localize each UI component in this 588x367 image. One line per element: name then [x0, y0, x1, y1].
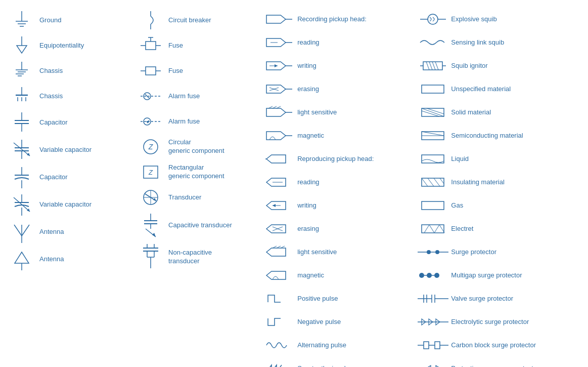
svg-marker-5: [17, 46, 27, 53]
list-item: Capacitive transducer: [137, 213, 260, 238]
list-item: magnetic: [265, 266, 414, 284]
list-item: magnetic: [265, 127, 414, 145]
negative-pulse-icon: [265, 314, 293, 330]
column-4: Explosive squib Sensing link squib: [417, 10, 583, 357]
chassis1-icon: [8, 61, 35, 81]
list-item: reading: [265, 173, 414, 191]
list-item: reading: [265, 33, 414, 52]
list-item: Sensing link squib: [419, 33, 580, 52]
svg-marker-56: [146, 120, 149, 124]
non-capacitive-transducer-icon: [137, 243, 164, 271]
svg-point-144: [427, 250, 431, 254]
list-item: Alarm fuse: [137, 111, 260, 132]
svg-line-139: [434, 178, 440, 186]
squib-ignitor-label: Squib ignitor: [451, 62, 487, 70]
capacitor-icon: [8, 111, 35, 134]
list-item: Surge protector: [419, 243, 580, 261]
magnetic2-label: magnetic: [297, 271, 324, 280]
svg-line-123: [426, 62, 429, 70]
list-item: writing: [265, 196, 414, 215]
list-item: Carbon block surge protector: [419, 336, 580, 354]
list-item: Z Rectangular generic component: [137, 162, 260, 182]
valve-surge-protector-label: Valve surge protector: [451, 295, 513, 303]
list-item: Transducer: [137, 187, 260, 208]
equipotentiality-label: Equipotentiality: [39, 42, 84, 50]
variable-capacitor2-label: Variable capacitor: [39, 200, 92, 209]
list-item: Positive pulse: [265, 290, 414, 308]
svg-rect-168: [435, 342, 440, 349]
list-item: Non-capacitive transducer: [137, 243, 260, 271]
svg-text:Z: Z: [148, 169, 153, 176]
list-item: Reproducing pickup head:: [265, 150, 414, 168]
explosive-squib-icon: [419, 13, 447, 26]
fuse1-icon: [137, 35, 164, 56]
writing2-label: writing: [297, 201, 316, 210]
equipotentiality-icon: [8, 35, 35, 56]
multigap-surge-protector-label: Multigap surge protector: [451, 271, 522, 280]
transducer-icon: [137, 187, 164, 208]
chassis2-icon: [8, 86, 35, 106]
list-item: erasing: [265, 80, 414, 98]
non-capacitive-transducer-label: Non-capacitive transducer: [168, 249, 212, 266]
svg-marker-65: [153, 198, 156, 201]
svg-point-152: [434, 273, 439, 278]
reproducing-head-label: Reproducing pickup head:: [297, 155, 374, 164]
semiconducting-material-icon: [419, 130, 447, 141]
alternating-pulse-icon: [265, 338, 293, 353]
list-item: Capacitor: [8, 166, 131, 188]
multigap-surge-protector-icon: [419, 270, 447, 280]
sensing-link-squib-label: Sensing link squib: [451, 38, 504, 47]
svg-marker-39: [15, 252, 29, 263]
list-item: Z Circular generic component: [137, 137, 260, 157]
variable-capacitor1-icon: [8, 139, 35, 161]
list-item: Electret: [419, 220, 580, 238]
erasing1-label: erasing: [297, 85, 319, 94]
svg-marker-109: [266, 225, 286, 233]
erasing2-label: erasing: [297, 225, 319, 233]
list-item: Liquid: [419, 150, 580, 168]
list-item: Alarm fuse: [137, 86, 260, 106]
reading1-icon: [265, 36, 293, 49]
magnetic1-icon: [265, 130, 293, 142]
carbon-block-surge-protector-label: Carbon block surge protector: [451, 341, 536, 350]
svg-marker-90: [275, 64, 278, 67]
recording-head-label: Recording pickup head:: [297, 15, 367, 24]
list-item: Capacitor: [8, 111, 131, 134]
fuse1-label: Fuse: [168, 42, 183, 50]
solid-material-label: Solid material: [451, 108, 491, 117]
insulating-material-label: Insulating material: [451, 178, 505, 187]
list-item: Solid material: [419, 103, 580, 121]
magnetic1-label: magnetic: [297, 132, 324, 140]
list-item: Fuse: [137, 61, 260, 81]
list-item: writing: [265, 57, 414, 75]
liquid-icon: [419, 153, 447, 165]
variable-capacitor2-icon: [8, 193, 35, 216]
svg-point-150: [427, 273, 432, 278]
svg-rect-141: [422, 201, 444, 210]
writing2-icon: [265, 199, 293, 212]
svg-point-146: [435, 250, 439, 254]
rectangular-generic-icon: Z: [137, 162, 164, 182]
surge-protector-label: Surge protector: [451, 248, 496, 257]
svg-marker-108: [273, 204, 276, 207]
ground-label: Ground: [39, 16, 61, 25]
svg-point-148: [419, 273, 424, 278]
svg-marker-95: [266, 108, 286, 116]
list-item: Insulating material: [419, 173, 580, 191]
electret-label: Electret: [451, 225, 473, 233]
list-item: Unspecified material: [419, 80, 580, 98]
list-item: Variable capacitor: [8, 139, 131, 161]
capacitor2-icon: [8, 166, 35, 188]
svg-line-137: [422, 178, 428, 186]
capacitor2-label: Capacitor: [39, 173, 68, 182]
protective-gap-surge-protector-icon: [419, 362, 447, 367]
positive-pulse-icon: [265, 291, 293, 306]
electrolytic-surge-protector-label: Electrolytic surge protector: [451, 318, 529, 327]
list-item: Gas: [419, 196, 580, 215]
list-item: Electrolytic surge protector: [419, 313, 580, 331]
svg-marker-116: [266, 271, 286, 279]
list-item: Ground: [8, 10, 131, 30]
list-item: Chassis: [8, 86, 131, 106]
capacitive-transducer-label: Capacitive transducer: [168, 221, 232, 230]
circuit-breaker-label: Circuit breaker: [168, 16, 211, 25]
